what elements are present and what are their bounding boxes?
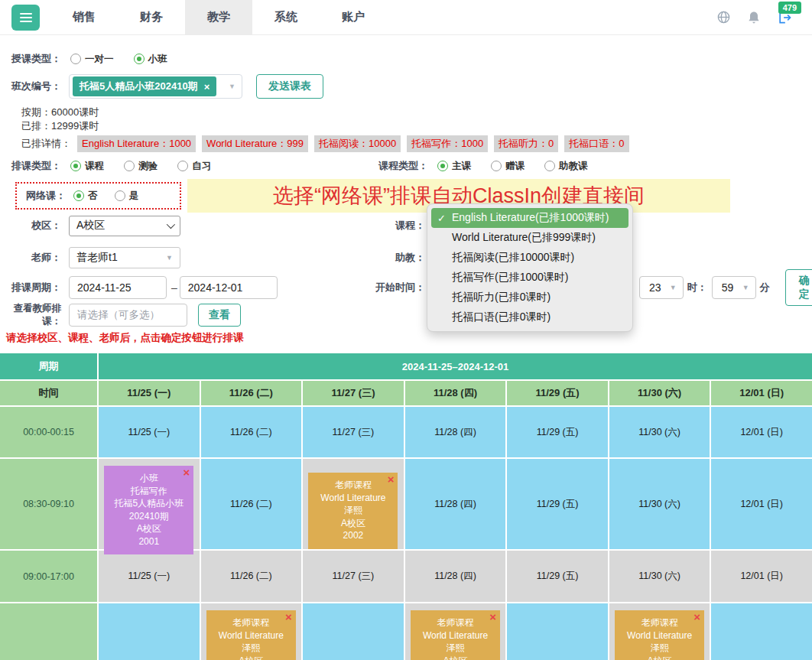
- teach-type-radio-group: 一对一小班: [70, 53, 167, 66]
- teacher-label: 老师：: [0, 251, 61, 265]
- schedule-cell[interactable]: 11/29 (五): [507, 459, 608, 549]
- course-card[interactable]: ×老师课程World Literature泽熙A校区2教室: [615, 610, 704, 660]
- schedule-cell[interactable]: 11/29 (五): [507, 551, 608, 602]
- hamburger-icon[interactable]: [11, 5, 40, 31]
- bell-icon[interactable]: [746, 10, 762, 25]
- course-dropdown-item[interactable]: 托福写作(已排1000课时): [431, 268, 628, 288]
- schedule-cell[interactable]: 11/26 (二): [201, 459, 302, 549]
- schedule-cell[interactable]: ×老师课程World Literature泽熙A校区2教室: [405, 603, 506, 660]
- hour-select[interactable]: 23 ▼: [639, 276, 684, 299]
- card-close-icon[interactable]: ×: [388, 474, 395, 485]
- course-card[interactable]: ×老师课程World Literature泽熙A校区2002: [308, 473, 398, 549]
- scheduled-detail-label: 已排详情：: [21, 137, 71, 151]
- confirm-button[interactable]: 确定: [785, 269, 812, 306]
- card-close-icon[interactable]: ×: [285, 612, 292, 623]
- teacher-select-value: 普老师t1: [76, 251, 118, 265]
- course-dropdown-item[interactable]: World Literature(已排999课时): [431, 228, 628, 248]
- schedule-cell[interactable]: 11/30 (六): [609, 551, 710, 602]
- schedule-cell[interactable]: ×小班托福写作托福5人精品小班202410期A校区2001: [99, 459, 200, 549]
- course-card[interactable]: ×老师课程World Literature泽熙A校区2教室: [206, 610, 296, 660]
- course-dropdown-item[interactable]: 托福听力(已排0课时): [431, 288, 628, 307]
- radio-option[interactable]: 测验: [124, 160, 158, 173]
- campus-select[interactable]: A校区: [69, 216, 180, 236]
- caret-down-icon: ▼: [229, 83, 235, 90]
- course-group: 课程：: [352, 214, 425, 237]
- schedule-cell[interactable]: ×老师课程World Literature泽熙A校区2002: [303, 459, 404, 549]
- period-label: 排课周期：: [0, 281, 61, 294]
- course-dropdown-item-label: World Literature(已排999课时): [452, 231, 596, 245]
- radio-option[interactable]: 一对一: [70, 53, 114, 66]
- course-dropdown-item[interactable]: 托福阅读(已排10000课时): [431, 248, 628, 268]
- schedule-cell[interactable]: 11/28 (四): [405, 407, 506, 457]
- radio-label: 赠课: [505, 160, 525, 173]
- radio-circle-icon: [491, 161, 502, 171]
- card-close-icon[interactable]: ×: [693, 612, 700, 623]
- radio-option[interactable]: 助教课: [544, 160, 588, 173]
- nav-tab[interactable]: 财务: [118, 0, 185, 34]
- schedule-cell[interactable]: 11/27 (三): [303, 551, 404, 602]
- schedule-table: 周期2024-11-25–2024-12-01时间11/25 (一)11/26 …: [0, 353, 812, 660]
- radio-option[interactable]: 否: [73, 190, 98, 203]
- schedule-cell[interactable]: 11/25 (一): [99, 407, 200, 457]
- send-schedule-button[interactable]: 发送课表: [256, 74, 323, 99]
- course-card[interactable]: ×老师课程World Literature泽熙A校区2教室: [411, 610, 500, 660]
- radio-circle-icon: [437, 161, 448, 171]
- period-end-input[interactable]: 2024-12-01: [180, 276, 278, 299]
- radio-option[interactable]: 赠课: [491, 160, 525, 173]
- schedule-cell[interactable]: 11/27 (三): [303, 603, 404, 660]
- view-button[interactable]: 查看: [198, 304, 241, 327]
- class-no-label: 班次编号：: [0, 80, 61, 93]
- course-card[interactable]: ×小班托福写作托福5人精品小班202410期A校区2001: [104, 466, 193, 554]
- radio-option[interactable]: 主课: [437, 160, 471, 173]
- schedule-cell[interactable]: 11/28 (四): [405, 551, 506, 602]
- radio-option[interactable]: 小班: [134, 53, 167, 66]
- schedule-cell[interactable]: 12/01 (日): [711, 459, 812, 549]
- nav-tab[interactable]: 教学: [185, 0, 252, 34]
- minute-select[interactable]: 59 ▼: [712, 276, 756, 299]
- online-course-box: 网络课： 否是: [15, 182, 181, 210]
- schedule-cell[interactable]: 11/29 (五): [507, 603, 608, 660]
- start-time-group: 开始时间：: [329, 276, 425, 299]
- day-header-cell: 11/25 (一): [99, 381, 200, 405]
- course-card-line: 老师课程: [209, 616, 294, 629]
- radio-option[interactable]: 自习: [177, 160, 211, 173]
- schedule-cell[interactable]: 11/29 (五): [507, 407, 608, 457]
- schedule-cell[interactable]: 11/25 (一): [99, 603, 200, 660]
- radio-label: 课程: [85, 160, 104, 173]
- radio-option[interactable]: 是: [115, 190, 139, 203]
- nav-tab[interactable]: 销售: [50, 0, 118, 34]
- course-dropdown-item-label: 托福口语(已排0课时): [452, 310, 551, 324]
- course-card-line: 泽熙: [617, 642, 702, 655]
- globe-icon[interactable]: [716, 10, 731, 24]
- class-no-select[interactable]: 托福5人精品小班202410期 × ▼: [69, 74, 242, 99]
- radio-label: 助教课: [559, 160, 588, 173]
- course-dropdown-item[interactable]: ✓English Literature(已排1000课时): [431, 208, 628, 228]
- radio-circle-icon: [73, 190, 84, 201]
- schedule-cell[interactable]: 12/01 (日): [711, 407, 812, 457]
- schedule-cell[interactable]: 11/25 (一): [99, 551, 200, 602]
- schedule-cell[interactable]: 11/27 (三): [303, 407, 404, 457]
- schedule-cell[interactable]: 11/26 (二): [201, 407, 302, 457]
- course-dropdown-item[interactable]: 托福口语(已排0课时): [431, 307, 628, 327]
- radio-label: 测验: [138, 160, 158, 173]
- nav-tab[interactable]: 系统: [252, 0, 320, 34]
- view-teacher-select[interactable]: 请选择（可多选）: [69, 304, 187, 327]
- schedule-cell[interactable]: 11/28 (四): [405, 459, 506, 549]
- schedule-cell[interactable]: ×老师课程World Literature泽熙A校区2教室: [201, 603, 302, 660]
- schedule-cell[interactable]: 11/30 (六): [609, 407, 710, 457]
- schedule-cell[interactable]: 11/26 (二): [201, 551, 302, 602]
- teacher-select[interactable]: 普老师t1 ▼: [69, 247, 180, 268]
- day-header-cell: 11/29 (五): [507, 381, 608, 405]
- card-close-icon[interactable]: ×: [184, 467, 190, 478]
- schedule-cell[interactable]: ×老师课程World Literature泽熙A校区2教室: [609, 603, 710, 660]
- scheduled-detail-tag: English Literature：1000: [77, 135, 196, 152]
- course-card-line: A校区: [106, 522, 191, 535]
- card-close-icon[interactable]: ×: [489, 612, 496, 623]
- schedule-cell[interactable]: 11/30 (六): [609, 459, 710, 549]
- schedule-cell[interactable]: 12/01 (日): [711, 603, 812, 660]
- period-start-input[interactable]: 2024-11-25: [69, 276, 167, 299]
- schedule-cell[interactable]: 12/01 (日): [711, 551, 812, 602]
- nav-tab[interactable]: 账户: [320, 0, 387, 34]
- radio-option[interactable]: 课程: [70, 160, 104, 173]
- tag-close-icon[interactable]: ×: [204, 81, 210, 93]
